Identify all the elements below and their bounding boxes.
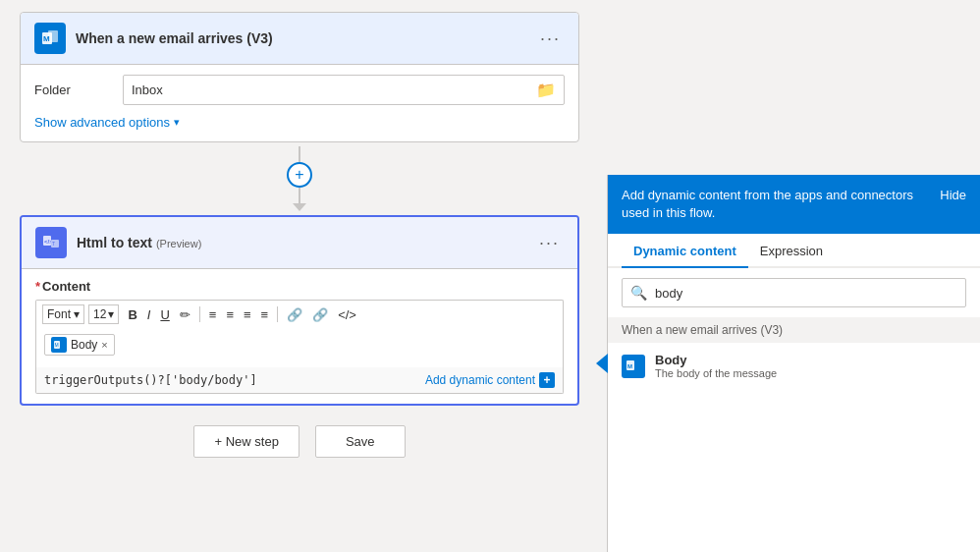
panel-tabs: Dynamic content Expression [608, 234, 980, 268]
connector-line-top [299, 146, 300, 162]
trigger-body: Folder Inbox 📁 Show advanced options ▾ [21, 65, 578, 141]
font-size-value: 12 [93, 307, 106, 321]
result-desc: The body of the message [655, 367, 966, 379]
panel-header: Add dynamic content from the apps and co… [608, 175, 980, 234]
number-list-button[interactable]: ≡ [223, 306, 237, 323]
action-preview-label: (Preview) [156, 238, 201, 249]
toolbar-divider-1 [199, 306, 200, 322]
bold-button[interactable]: B [125, 306, 139, 323]
connector-line-bottom [299, 188, 300, 203]
show-advanced-button[interactable]: Show advanced options ▾ [34, 113, 180, 132]
search-input[interactable] [655, 286, 957, 301]
svg-text:M: M [55, 342, 59, 348]
trigger-card-header: M When a new email arrives (V3) ··· [21, 13, 578, 65]
trigger-card: M When a new email arrives (V3) ··· Fold… [20, 12, 579, 142]
panel-hide-button[interactable]: Hide [940, 188, 966, 202]
add-dynamic-plus-icon: + [539, 372, 555, 388]
outlook-icon: M [34, 23, 66, 54]
svg-text:T: T [52, 241, 55, 247]
chevron-down-icon: ▾ [174, 116, 180, 129]
toolbar-divider-2 [277, 306, 278, 322]
editor-area[interactable]: M Body × [35, 328, 564, 367]
search-box: 🔍 [622, 278, 966, 307]
panel-arrow [596, 354, 608, 373]
underline-button[interactable]: U [157, 306, 172, 323]
action-body: * Content Font ▾ 12 ▾ B I U ✏ ≡ ≡ [22, 269, 577, 404]
highlight-button[interactable]: ✏ [177, 306, 193, 323]
show-advanced-label: Show advanced options [34, 115, 170, 130]
expression-text: triggerOutputs()?['body/body'] [44, 373, 257, 387]
unlink-button[interactable]: 🔗 [309, 306, 331, 323]
svg-text:M: M [43, 34, 50, 43]
panel-header-text: Add dynamic content from the apps and co… [622, 187, 930, 222]
add-dynamic-label: Add dynamic content [425, 373, 535, 387]
result-item[interactable]: M Body The body of the message [608, 343, 980, 389]
result-text: Body The body of the message [655, 353, 966, 379]
link-button[interactable]: 🔗 [284, 306, 305, 323]
section-label: When a new email arrives (V3) [608, 317, 980, 343]
action-title: Html to text (Preview) [77, 235, 535, 250]
action-title-text: Html to text [77, 235, 152, 250]
trigger-title: When a new email arrives (V3) [76, 30, 536, 46]
trigger-more-button[interactable]: ··· [536, 28, 565, 49]
align-right-button[interactable]: ≡ [258, 306, 272, 323]
body-tag-label: Body [71, 338, 97, 352]
folder-value: Inbox [132, 83, 163, 97]
folder-input[interactable]: Inbox 📁 [123, 75, 565, 105]
font-label: Font [47, 307, 71, 321]
save-button[interactable]: Save [315, 425, 406, 458]
italic-button[interactable]: I [144, 306, 154, 323]
folder-label: Folder [34, 83, 123, 97]
expression-bar: triggerOutputs()?['body/body'] Add dynam… [35, 367, 564, 394]
search-icon: 🔍 [630, 285, 647, 301]
body-tag-close-button[interactable]: × [101, 339, 107, 351]
required-star: * [35, 279, 40, 294]
body-tag-outlook-icon: M [51, 337, 67, 353]
folder-field-row: Folder Inbox 📁 [34, 75, 565, 105]
result-name: Body [655, 353, 966, 367]
align-left-button[interactable]: ≡ [241, 306, 254, 323]
action-card: </> T Html to text (Preview) ··· * Conte… [20, 215, 579, 406]
svg-text:M: M [627, 362, 632, 368]
font-dropdown-icon: ▾ [74, 307, 80, 321]
add-step-button[interactable]: + [287, 162, 312, 188]
new-step-button[interactable]: + New step [193, 425, 299, 458]
content-label: * Content [35, 279, 564, 294]
connector: + [20, 142, 579, 215]
connector-arrow [293, 203, 306, 211]
result-outlook-icon: M [622, 355, 645, 378]
tab-expression[interactable]: Expression [748, 234, 835, 268]
action-buttons: + New step Save [20, 425, 579, 458]
code-button[interactable]: </> [335, 306, 359, 323]
editor-toolbar: Font ▾ 12 ▾ B I U ✏ ≡ ≡ ≡ ≡ 🔗 🔗 </> [35, 300, 564, 328]
tab-dynamic-content[interactable]: Dynamic content [622, 234, 748, 268]
action-more-button[interactable]: ··· [535, 233, 564, 253]
bullet-list-button[interactable]: ≡ [206, 306, 220, 323]
size-dropdown-icon: ▾ [108, 307, 114, 321]
font-select[interactable]: Font ▾ [42, 304, 84, 324]
folder-icon: 📁 [536, 81, 556, 99]
action-card-header: </> T Html to text (Preview) ··· [22, 217, 577, 269]
add-dynamic-content-button[interactable]: Add dynamic content + [425, 372, 555, 388]
size-select[interactable]: 12 ▾ [88, 304, 119, 324]
dynamic-content-panel: Add dynamic content from the apps and co… [607, 175, 980, 552]
html-to-text-icon: </> T [35, 227, 67, 258]
content-label-text: Content [42, 279, 90, 294]
body-tag: M Body × [44, 334, 115, 356]
panel-search: 🔍 [608, 268, 980, 317]
